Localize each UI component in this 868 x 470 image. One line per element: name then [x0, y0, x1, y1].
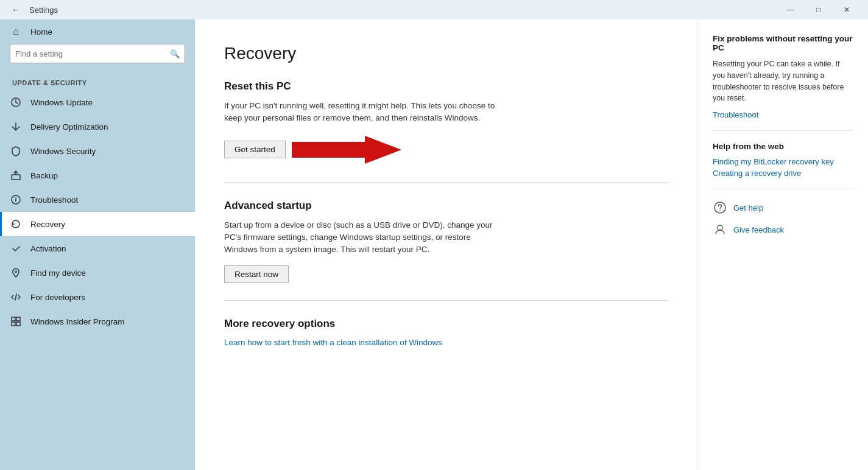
app-body: ⌂ Home 🔍 Update & Security Windows Updat… [0, 19, 868, 470]
sidebar-item-windows-update[interactable]: Windows Update [0, 90, 195, 114]
sidebar-item-developers-label: For developers [30, 293, 85, 302]
sidebar-item-recovery[interactable]: Recovery [0, 212, 195, 236]
home-icon: ⌂ [10, 26, 22, 38]
give-feedback-icon [713, 222, 727, 237]
give-feedback-item[interactable]: Give feedback [713, 222, 853, 237]
sidebar-item-developers[interactable]: For developers [0, 285, 195, 309]
svg-marker-8 [292, 136, 401, 164]
advanced-startup-description: Start up from a device or disc (such as … [224, 219, 504, 256]
troubleshoot-icon [10, 194, 22, 206]
get-help-link[interactable]: Get help [733, 203, 763, 212]
sidebar-item-windows-insider[interactable]: Windows Insider Program [0, 309, 195, 334]
activation-icon [10, 242, 22, 254]
right-divider-1 [713, 130, 853, 131]
close-button[interactable]: ✕ [833, 0, 861, 19]
svg-point-3 [15, 271, 17, 273]
sidebar-item-home[interactable]: ⌂ Home [0, 19, 195, 44]
advanced-startup-section: Advanced startup Start up from a device … [224, 200, 668, 284]
sidebar-item-troubleshoot[interactable]: Troubleshoot [0, 188, 195, 212]
clean-install-link[interactable]: Learn how to start fresh with a clean in… [224, 338, 442, 347]
bitlocker-link[interactable]: Finding my BitLocker recovery key [713, 157, 853, 166]
divider-2 [224, 300, 668, 301]
recovery-drive-link[interactable]: Creating a recovery drive [713, 169, 853, 178]
get-help-icon [713, 200, 727, 215]
give-feedback-link[interactable]: Give feedback [733, 225, 784, 234]
get-help-item[interactable]: Get help [713, 200, 853, 215]
app-title: Settings [29, 5, 58, 15]
maximize-button[interactable]: □ [805, 0, 833, 19]
recovery-icon [10, 218, 22, 230]
sidebar-item-activation[interactable]: Activation [0, 236, 195, 261]
svg-rect-1 [12, 175, 20, 180]
reset-title: Reset this PC [224, 80, 668, 93]
developers-icon [10, 291, 22, 303]
sidebar-item-delivery-optimization[interactable]: Delivery Optimization [0, 114, 195, 139]
reset-section: Reset this PC If your PC isn't running w… [224, 80, 668, 165]
right-panel: Fix problems without resetting your PC R… [697, 19, 868, 470]
advanced-startup-title: Advanced startup [224, 200, 668, 212]
backup-icon [10, 169, 22, 181]
sidebar: ⌂ Home 🔍 Update & Security Windows Updat… [0, 19, 195, 470]
svg-rect-6 [12, 322, 15, 326]
windows-security-icon [10, 145, 22, 157]
fix-problems-title: Fix problems without resetting your PC [713, 34, 853, 52]
sidebar-item-find-device[interactable]: Find my device [0, 261, 195, 285]
more-options-section: More recovery options Learn how to start… [224, 318, 668, 347]
sidebar-item-windows-security[interactable]: Windows Security [0, 139, 195, 163]
search-icon: 🔍 [170, 49, 180, 58]
svg-rect-4 [12, 317, 15, 321]
windows-insider-icon [10, 315, 22, 328]
sidebar-item-insider-label: Windows Insider Program [30, 317, 125, 326]
svg-point-10 [719, 210, 721, 211]
sidebar-item-home-label: Home [30, 27, 52, 37]
back-button[interactable]: ← [7, 1, 24, 18]
sidebar-item-security-label: Windows Security [30, 147, 96, 156]
get-started-button[interactable]: Get started [224, 141, 286, 158]
sidebar-item-troubleshoot-label: Troubleshoot [30, 195, 78, 205]
main-content: Recovery Reset this PC If your PC isn't … [195, 19, 697, 470]
fix-problems-desc: Resetting your PC can take a while. If y… [713, 58, 853, 104]
page-title: Recovery [224, 44, 668, 63]
sidebar-item-delivery-label: Delivery Optimization [30, 122, 108, 132]
svg-rect-5 [16, 317, 20, 321]
titlebar: ← Settings — □ ✕ [0, 0, 868, 19]
divider-1 [224, 182, 668, 183]
help-from-web-title: Help from the web [713, 142, 853, 151]
sidebar-item-backup-label: Backup [30, 171, 58, 180]
troubleshoot-link[interactable]: Troubleshoot [713, 110, 853, 119]
back-icon: ← [12, 5, 20, 15]
sidebar-item-find-device-label: Find my device [30, 268, 86, 278]
sidebar-item-windows-update-label: Windows Update [30, 98, 93, 107]
find-device-icon [10, 267, 22, 279]
delivery-optimization-icon [10, 121, 22, 133]
sidebar-item-activation-label: Activation [30, 244, 66, 253]
reset-description: If your PC isn't running well, resetting… [224, 100, 504, 125]
window-controls: — □ ✕ [777, 0, 861, 19]
more-options-title: More recovery options [224, 318, 668, 330]
svg-point-11 [718, 225, 722, 230]
red-arrow [292, 135, 401, 165]
sidebar-search-box[interactable]: 🔍 [10, 44, 185, 63]
svg-rect-7 [16, 322, 20, 326]
right-divider-2 [713, 189, 853, 189]
search-input[interactable] [15, 49, 170, 58]
sidebar-category-label: Update & Security [0, 75, 195, 90]
sidebar-item-backup[interactable]: Backup [0, 163, 195, 188]
sidebar-item-recovery-label: Recovery [30, 220, 65, 229]
windows-update-icon [10, 96, 22, 108]
restart-now-button[interactable]: Restart now [224, 265, 289, 283]
minimize-button[interactable]: — [777, 0, 805, 19]
